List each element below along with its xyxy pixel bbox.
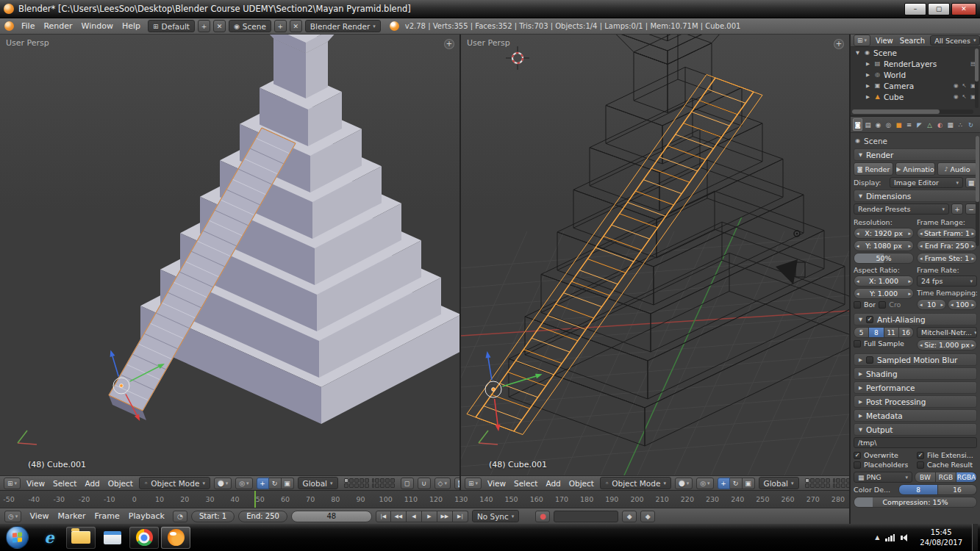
stepper-right-icon[interactable]: ▸ [940, 302, 943, 308]
layer-toggle[interactable] [805, 483, 809, 488]
resolution-percentage-slider[interactable]: 50% [854, 253, 914, 264]
layer-toggle[interactable] [810, 483, 815, 488]
section-enable-checkbox[interactable] [866, 356, 873, 364]
snap-magnet-icon[interactable]: ∪ [418, 478, 431, 489]
layer-toggle[interactable] [344, 483, 348, 488]
keying-set-field[interactable] [554, 511, 618, 522]
layer-toggle[interactable] [820, 483, 825, 488]
show-desktop-button[interactable] [972, 524, 978, 551]
cache-result-checkbox[interactable] [917, 461, 924, 469]
section-shading[interactable]: ▶Shading [854, 367, 977, 380]
close-button[interactable]: ✕ [951, 3, 976, 15]
section-sampled-motion-blur[interactable]: ▶Sampled Motion Blur [854, 353, 977, 366]
play-reverse-button[interactable]: ◀ [407, 511, 422, 522]
stepper-left-icon[interactable]: ◂ [920, 342, 923, 348]
screen-layout-select[interactable]: ⊞ Default [148, 20, 195, 32]
staircase-object-selected[interactable] [467, 75, 762, 435]
layer-toggle[interactable] [372, 483, 374, 488]
taskbar-ie-button[interactable]: e [35, 527, 64, 549]
section-performance[interactable]: ▶Performance [854, 381, 977, 394]
volume-icon[interactable] [901, 534, 907, 541]
layer-toggle[interactable] [380, 483, 385, 488]
add-layout-button[interactable]: + [198, 20, 210, 32]
render-tab[interactable]: ◙ [853, 118, 862, 131]
color-depth-8[interactable]: 8 [898, 484, 938, 495]
expand-closed-icon[interactable]: ▶ [865, 61, 871, 67]
aa-samples-11[interactable]: 11 [884, 327, 899, 338]
timeline-menu-view[interactable]: View [25, 511, 53, 521]
world-tab[interactable]: ◎ [884, 118, 893, 131]
blender-menu-icon[interactable] [4, 21, 14, 31]
sync-mode-select[interactable]: No Sync ▾ [472, 510, 519, 522]
aa-samples-8[interactable]: 8 [869, 327, 884, 338]
layer-toggle[interactable] [349, 478, 354, 483]
translate-manipulator-icon[interactable]: + [718, 478, 730, 489]
insert-keyframe-button[interactable]: ◆ [622, 511, 637, 522]
layer-toggle[interactable] [826, 483, 830, 488]
remap-old-field[interactable]: 10◂▸ [917, 299, 946, 310]
start-frame-field[interactable]: Start: 1 [191, 511, 235, 522]
use-preview-range-button[interactable]: ◔ [173, 511, 187, 522]
viewport-menu-add[interactable]: Add [82, 479, 101, 488]
aa-samples-16[interactable]: 16 [899, 327, 914, 338]
stepper-left-icon[interactable]: ◂ [920, 231, 923, 237]
menu-render[interactable]: Render [39, 21, 76, 31]
layer-toggle[interactable] [349, 483, 354, 488]
stepper-right-icon[interactable]: ▸ [971, 342, 974, 348]
orientation-select[interactable]: Global▾ [298, 477, 338, 489]
viewport-shading-select[interactable]: ●▾ [214, 478, 232, 489]
auto-keyframe-record-button[interactable]: ● [535, 511, 550, 522]
stepper-right-icon[interactable]: ▸ [908, 243, 911, 249]
expand-closed-icon[interactable]: ▶ [865, 72, 871, 78]
maximize-button[interactable]: ▢ [928, 3, 950, 15]
layer-toggle[interactable] [846, 478, 849, 483]
pivot-point-select[interactable]: ◎▾ [696, 478, 713, 489]
add-scene-button[interactable]: + [274, 20, 287, 32]
object-mode-select[interactable]: ◦Object Mode▾ [600, 477, 671, 489]
layer-toggle[interactable] [841, 478, 845, 483]
layer-toggle[interactable] [344, 478, 348, 483]
stepper-right-icon[interactable]: ▸ [971, 256, 974, 262]
resolution-y-field[interactable]: Y: 1080 px◂▸ [854, 240, 914, 251]
stepper-left-icon[interactable]: ◂ [856, 291, 859, 297]
placeholders-checkbox[interactable] [854, 461, 861, 469]
range-end-field[interactable]: End Fra: 250◂▸ [917, 240, 977, 251]
selectable-icon[interactable]: ↖ [962, 82, 968, 89]
eye-icon[interactable]: ◉ [953, 93, 959, 100]
remap-new-field[interactable]: 100◂▸ [948, 299, 977, 310]
minimize-button[interactable]: – [904, 3, 926, 15]
frame-rate-select[interactable]: 24 fps ▾ [917, 276, 977, 287]
layer-toggle[interactable] [372, 478, 374, 483]
viewport-menu-add[interactable]: Add [543, 479, 562, 488]
output-path-field[interactable]: /tmp\ [854, 437, 977, 448]
expand-open-icon[interactable]: ▼ [854, 50, 861, 56]
data-tab[interactable]: △ [925, 118, 934, 131]
viewport-menu-object[interactable]: Object [106, 479, 135, 488]
expand-closed-icon[interactable]: ▶ [865, 83, 871, 89]
dimensions-section-header[interactable]: ▼ Dimensions [854, 190, 977, 202]
aa-size-field[interactable]: Siz: 1.000 px◂▸ [917, 339, 977, 350]
layer-toggle[interactable] [826, 478, 830, 483]
outliner-item-world[interactable]: ▶◎World [851, 69, 980, 80]
layer-toggle[interactable] [805, 478, 809, 483]
constraints-tab[interactable]: ≡ [904, 118, 914, 131]
render-engine-select[interactable]: Blender Render ▾ [305, 20, 381, 32]
texture-tab[interactable]: ▦ [945, 118, 955, 131]
end-frame-field[interactable]: End: 250 [238, 511, 287, 522]
stepper-right-icon[interactable]: ▸ [908, 278, 911, 284]
render-section-header[interactable]: ▼ Render [854, 148, 977, 161]
stepper-left-icon[interactable]: ◂ [951, 302, 954, 308]
animation-button[interactable]: ▶Animatio [895, 162, 935, 176]
menu-file[interactable]: File [17, 21, 39, 31]
viewport-right-canvas[interactable]: User Persp (48) Cube.001 + [461, 35, 849, 475]
stepper-left-icon[interactable]: ◂ [856, 231, 859, 237]
current-frame-field[interactable]: 48 [291, 511, 372, 522]
layer-toggle[interactable] [833, 478, 835, 483]
antialiasing-checkbox[interactable]: ✓ [866, 316, 873, 323]
viewport-left-canvas[interactable]: User Persp (48) Cube.001 + [0, 35, 459, 475]
range-step-field[interactable]: Frame Ste: 1◂▸ [917, 253, 977, 264]
selectable-icon[interactable]: ↖ [962, 93, 968, 100]
viewport-menu-view[interactable]: View [24, 479, 47, 488]
layer-toggle[interactable] [365, 483, 369, 488]
stepper-right-icon[interactable]: ▸ [971, 231, 974, 237]
